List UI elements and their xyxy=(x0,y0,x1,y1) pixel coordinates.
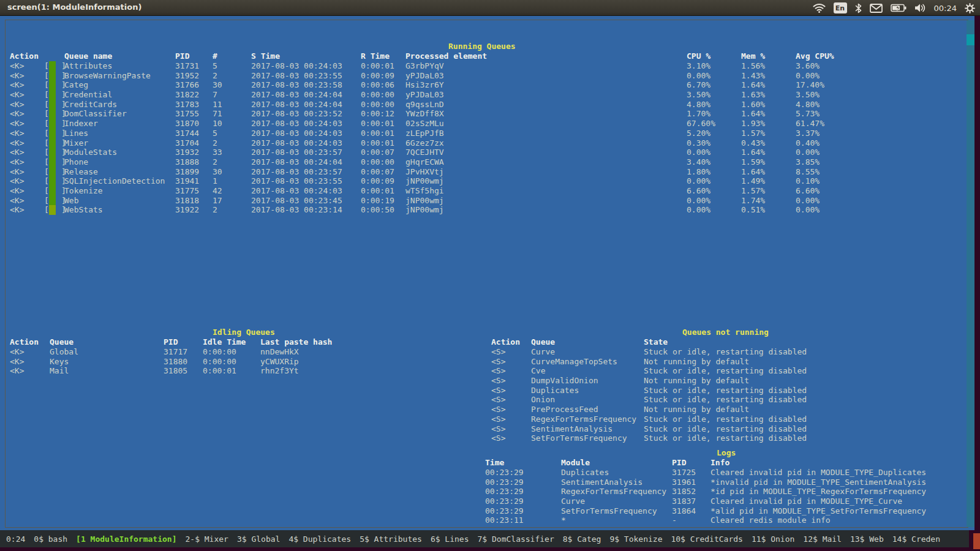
r_time-cell: 0:00:00 xyxy=(361,100,394,109)
column-header: # xyxy=(213,51,217,61)
avg_cpu-cell: 0.10% xyxy=(796,176,820,186)
bracket-close: ] xyxy=(61,167,66,176)
queue-cell: Phone xyxy=(64,157,88,167)
queue-cell: Release xyxy=(64,167,98,176)
screen-window-tab[interactable]: 13$ Web xyxy=(850,534,884,544)
table-row: <S>CurveManageTopSetsNot running by defa… xyxy=(0,357,974,367)
count-cell: 30 xyxy=(213,167,222,176)
pid-cell: 31952 xyxy=(175,71,199,80)
avg_cpu-cell: 5.73% xyxy=(796,109,820,118)
mem-cell: 0.51% xyxy=(741,205,765,214)
screen-window-tab[interactable]: 9$ Tokenize xyxy=(609,534,662,544)
count-cell: 17 xyxy=(213,196,222,205)
panel-clock[interactable]: 00:24 xyxy=(934,4,957,13)
bracket-open: [ xyxy=(44,129,49,138)
avg_cpu-cell: 3.85% xyxy=(796,157,820,167)
screen-window-tab[interactable]: 5$ Attributes xyxy=(360,534,422,544)
table-row: <S>SetForTermsFrequencyStuck or idle, re… xyxy=(0,433,974,443)
r_time-cell: 0:00:09 xyxy=(361,71,394,80)
mem-cell: 0.43% xyxy=(741,138,765,148)
table-row: <K>CreditCards31783112017-08-03 00:24:04… xyxy=(0,100,974,110)
screen-window-tab[interactable]: [1 ModuleInformation] xyxy=(76,534,176,544)
avg_cpu-cell: 0.00% xyxy=(796,148,820,157)
pid-cell: 31766 xyxy=(175,80,199,89)
module-cell: RegexForTermsFrequency xyxy=(561,487,666,496)
queue-cell: Mixer xyxy=(64,138,88,148)
bluetooth-icon[interactable] xyxy=(855,3,862,13)
info-cell: Cleared invalid pid in MODULE_TYPE_Curve xyxy=(710,497,902,506)
screen-window-tab[interactable]: 3$ Global xyxy=(237,534,280,544)
s_time-cell: 2017-08-03 00:23:57 xyxy=(251,167,342,176)
processed-cell: jNP00wmj xyxy=(405,205,444,214)
avg_cpu-cell: 3.50% xyxy=(796,90,820,99)
processed-cell: jNP00wmj xyxy=(405,196,444,205)
screen-window-tab[interactable]: 0$ bash xyxy=(34,534,67,544)
action-cell: <S> xyxy=(491,347,505,356)
screen-window-tab[interactable]: 12$ Mail xyxy=(803,534,842,544)
screen-window-tab[interactable]: 2-$ Mixer xyxy=(185,534,228,544)
table-row: <S>SentimentAnalysisStuck or idle, resta… xyxy=(0,424,974,434)
state-cell: Stuck or idle, restarting disabled xyxy=(644,424,807,433)
cpu-cell: 0.00% xyxy=(687,205,710,214)
processed-cell: YWzDff8X xyxy=(405,109,444,118)
keyboard-layout-badge[interactable]: En xyxy=(834,2,847,13)
time-cell: 00:23:29 xyxy=(485,497,524,506)
table-row: 00:23:29RegexForTermsFrequency31852*id p… xyxy=(0,487,974,497)
wifi-icon[interactable] xyxy=(813,3,826,13)
column-header: Queue name xyxy=(64,51,112,61)
table-row: <S>CurveStuck or idle, restarting disabl… xyxy=(0,347,974,357)
screen-window-tab[interactable]: 7$ DomClassifier xyxy=(478,534,554,544)
cpu-cell: 1.70% xyxy=(687,109,710,118)
cpu-cell: 0.00% xyxy=(687,196,710,205)
queue-cell: WebStats xyxy=(64,205,103,214)
volume-icon[interactable] xyxy=(914,3,926,13)
state-cell: Stuck or idle, restarting disabled xyxy=(644,414,807,424)
table-row: 00:23:11*-Cleared redis module info xyxy=(0,515,974,525)
running-queues-title: Running Queues xyxy=(448,42,516,51)
battery-icon[interactable] xyxy=(891,4,907,12)
avg_cpu-cell: 6.60% xyxy=(796,186,820,195)
pid-cell: 31775 xyxy=(175,186,199,195)
screen-window-tab[interactable]: 4$ Duplicates xyxy=(288,534,351,544)
mem-cell: 1.63% xyxy=(741,90,765,99)
pid-cell: 31818 xyxy=(175,196,199,205)
queue-cell: CurveManageTopSets xyxy=(531,357,617,366)
bracket-open: [ xyxy=(44,100,49,109)
queue-status-led xyxy=(49,205,56,215)
s_time-cell: 2017-08-03 00:23:45 xyxy=(251,196,342,205)
settings-gear-icon[interactable] xyxy=(965,3,975,13)
queue-cell: Curve xyxy=(531,347,555,356)
table-row: <K>Attributes3173152017-08-03 00:24:030:… xyxy=(0,61,974,71)
screen-window-tab[interactable]: 10$ CreditCards xyxy=(671,534,742,544)
desktop: screen(1: ModuleInformation) En xyxy=(0,0,980,551)
screen-window-tab[interactable]: 14$ Creden xyxy=(892,534,940,544)
action-cell: <K> xyxy=(10,90,24,99)
idling-queues-title: Idling Queues xyxy=(213,328,275,337)
processed-cell: Hsi3zr6Y xyxy=(405,80,444,89)
avg_cpu-cell: 0.40% xyxy=(796,138,820,148)
queue-cell: DomClassifier xyxy=(64,109,127,118)
bracket-close: ] xyxy=(61,176,66,186)
scrollbar-thumb[interactable] xyxy=(967,34,974,45)
screen-window-tab[interactable]: 11$ Onion xyxy=(752,534,794,544)
s_time-cell: 2017-08-03 00:24:04 xyxy=(251,100,342,109)
info-cell: Cleared redis module info xyxy=(710,515,831,525)
screen-window-tab[interactable]: 6$ Lines xyxy=(431,534,469,544)
queue-status-led xyxy=(49,148,56,157)
logs-header: TimeModulePIDInfo xyxy=(0,458,974,468)
column-header: CPU % xyxy=(687,51,710,61)
screen-window-tab[interactable]: 8$ Categ xyxy=(563,534,601,544)
action-cell: <K> xyxy=(10,80,24,89)
bracket-open: [ xyxy=(44,196,49,205)
s_time-cell: 2017-08-03 00:23:14 xyxy=(251,205,342,214)
avg_cpu-cell: 8.55% xyxy=(796,167,820,176)
cpu-cell: 6.60% xyxy=(687,186,710,195)
count-cell: 2 xyxy=(213,71,217,80)
mail-icon[interactable] xyxy=(870,4,883,13)
bracket-open: [ xyxy=(44,138,49,148)
pid-cell: 31961 xyxy=(672,478,696,487)
info-cell: *invalid pid in MODULE_TYPE_SentimentAna… xyxy=(710,478,926,487)
queue-cell: Lines xyxy=(64,129,88,138)
mem-cell: 1.43% xyxy=(741,71,765,80)
r_time-cell: 0:00:50 xyxy=(361,205,394,214)
